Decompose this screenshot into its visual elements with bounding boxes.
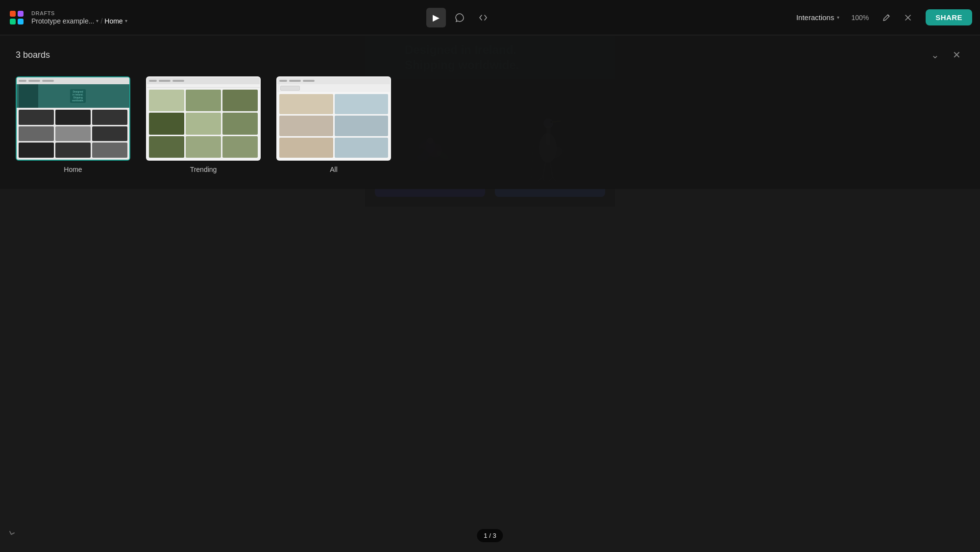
nav-dot — [28, 80, 40, 82]
board-label-home: Home — [64, 166, 82, 173]
thumb-card — [279, 94, 333, 114]
board-item-trending[interactable]: Trending — [146, 76, 261, 173]
nav-dot — [172, 80, 184, 82]
boards-panel: 3 boards ⌄ ✕ — [0, 35, 980, 189]
reset-button[interactable] — [8, 528, 22, 544]
svg-rect-1 — [18, 11, 24, 17]
svg-rect-0 — [10, 11, 16, 17]
board-label-trending: Trending — [190, 166, 217, 173]
thumb-card — [92, 126, 127, 142]
board-item-home[interactable]: Designedin Ireland.Shippingworldwide. — [16, 76, 130, 173]
thumb-filter-box — [280, 86, 300, 91]
thumb-card — [149, 90, 184, 111]
thumb-card — [186, 90, 221, 111]
thumb-card — [149, 113, 184, 134]
thumb-card — [186, 136, 221, 158]
board-item-all[interactable]: All — [276, 76, 391, 173]
zoom-level[interactable]: 100% — [851, 14, 869, 22]
page-indicator: 1 / 3 — [477, 529, 503, 542]
interactions-dropdown[interactable]: Interactions ▾ — [792, 10, 844, 24]
app-logo[interactable] — [8, 9, 25, 26]
thumb-card — [186, 113, 221, 134]
boards-close-button[interactable]: ✕ — [949, 47, 964, 63]
main-content: Designed in Ireland. Shipping worldwide. — [0, 35, 980, 552]
nav-dot — [149, 80, 157, 82]
thumb-card — [92, 143, 127, 158]
comment-button[interactable] — [450, 8, 469, 27]
thumb-card — [335, 116, 389, 136]
thumb-card — [335, 138, 389, 158]
nav-dot — [42, 80, 54, 82]
thumb-card — [279, 138, 333, 158]
code-button[interactable] — [473, 8, 493, 27]
boards-count: 3 boards — [16, 50, 50, 60]
topbar-right: Interactions ▾ 100% SHARE — [792, 8, 972, 27]
board-thumbnail-trending[interactable] — [146, 76, 261, 161]
thumb-card — [55, 143, 91, 158]
nav-dot — [303, 80, 315, 82]
cut-tool-button[interactable] — [898, 8, 918, 27]
thumb-card — [55, 126, 91, 142]
nav-dot — [19, 80, 26, 82]
boards-grid: Designedin Ireland.Shippingworldwide. — [16, 76, 964, 173]
thumb-card — [335, 94, 389, 114]
project-chevron-icon: ▾ — [96, 18, 98, 24]
interactions-chevron-icon: ▾ — [837, 15, 839, 20]
thumb-card — [19, 143, 54, 158]
project-name: DRAFTS — [31, 10, 127, 16]
thumb-card — [222, 113, 258, 134]
breadcrumb-separator: / — [100, 17, 102, 25]
breadcrumb-current-page[interactable]: Home ▾ — [104, 17, 127, 25]
page-chevron-icon: ▾ — [125, 18, 127, 24]
board-thumbnail-home[interactable]: Designedin Ireland.Shippingworldwide. — [16, 76, 130, 161]
nav-dot — [289, 80, 301, 82]
topbar: DRAFTS Prototype example... ▾ / Home ▾ ▶ — [0, 0, 980, 35]
boards-controls: ⌄ ✕ — [927, 47, 964, 63]
topbar-left: DRAFTS Prototype example... ▾ / Home ▾ — [8, 9, 127, 26]
thumb-card — [55, 110, 91, 125]
boards-header: 3 boards ⌄ ✕ — [16, 47, 964, 63]
thumb-card — [222, 136, 258, 158]
pen-tool-button[interactable] — [877, 8, 896, 27]
thumb-card — [279, 116, 333, 136]
svg-rect-2 — [10, 19, 16, 24]
thumb-card — [149, 136, 184, 158]
breadcrumb-project[interactable]: Prototype example... ▾ — [31, 17, 98, 25]
thumb-card — [19, 126, 54, 142]
thumb-hero-text: Designedin Ireland.Shippingworldwide. — [70, 89, 86, 103]
board-label-all: All — [330, 166, 338, 173]
topbar-center: ▶ — [426, 8, 493, 27]
nav-dot — [279, 80, 287, 82]
edit-icons — [877, 8, 918, 27]
nav-dot — [159, 80, 171, 82]
boards-collapse-button[interactable]: ⌄ — [927, 47, 943, 63]
project-info: DRAFTS Prototype example... ▾ / Home ▾ — [31, 10, 127, 25]
thumb-card — [92, 110, 127, 125]
thumb-hero-image — [19, 84, 38, 108]
play-button[interactable]: ▶ — [426, 8, 446, 27]
thumb-card — [222, 90, 258, 111]
thumb-card — [19, 110, 54, 125]
svg-rect-3 — [18, 19, 24, 24]
board-thumbnail-all[interactable] — [276, 76, 391, 161]
breadcrumb: Prototype example... ▾ / Home ▾ — [31, 17, 127, 25]
share-button[interactable]: SHARE — [926, 9, 972, 25]
